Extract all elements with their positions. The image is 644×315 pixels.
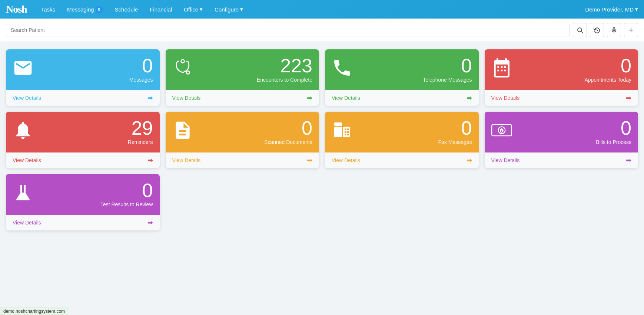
money-icon: $ 1 xyxy=(491,120,512,144)
card-bills[interactable]: $ 1 0 Bills to Process View Details ➡ xyxy=(485,112,638,168)
nav-schedule[interactable]: Schedule xyxy=(110,4,143,15)
svg-rect-14 xyxy=(347,131,349,133)
card-appointments-bottom: View Details ➡ xyxy=(485,90,638,106)
url-bar: demo.noshchartingsystem.com xyxy=(0,308,68,315)
fax-icon xyxy=(332,120,352,144)
messages-label: Messages xyxy=(129,77,153,83)
search-bar-wrapper xyxy=(0,19,644,42)
card-appointments-top: 0 Appointments Today xyxy=(485,49,638,90)
reminders-link[interactable]: View Details xyxy=(13,157,41,163)
reminders-label: Reminders xyxy=(128,139,153,145)
nav-links: Tasks Messaging 0 Schedule Financial Off… xyxy=(36,3,585,15)
flask-icon xyxy=(13,182,33,206)
card-telephone[interactable]: 0 Telephone Messages View Details ➡ xyxy=(325,49,479,106)
telephone-arrow[interactable]: ➡ xyxy=(467,94,472,102)
app-logo[interactable]: Nosh xyxy=(6,3,27,15)
card-messages-top: 0 Messages xyxy=(6,49,160,90)
testresults-link[interactable]: View Details xyxy=(13,220,41,226)
envelope-icon xyxy=(13,58,33,81)
card-scanned-top: 0 Scanned Documents xyxy=(166,112,319,152)
office-dropdown-icon: ▾ xyxy=(200,6,203,13)
dashboard-grid: 0 Messages View Details ➡ 223 Encounters… xyxy=(0,42,644,238)
appointments-count: 0 xyxy=(584,56,631,75)
card-messages[interactable]: 0 Messages View Details ➡ xyxy=(6,49,160,106)
bills-arrow[interactable]: ➡ xyxy=(626,156,631,164)
appointments-label: Appointments Today xyxy=(584,77,631,83)
card-testresults[interactable]: 0 Test Results to Review View Details ➡ xyxy=(6,174,160,230)
encounters-link[interactable]: View Details xyxy=(172,95,201,101)
appointments-link[interactable]: View Details xyxy=(491,95,520,101)
svg-text:1: 1 xyxy=(501,129,502,133)
card-fax[interactable]: 0 Fax Messages View Details ➡ xyxy=(325,112,479,168)
user-menu[interactable]: Demo Provider, MD ▾ xyxy=(585,6,638,13)
testresults-arrow[interactable]: ➡ xyxy=(147,219,153,227)
svg-rect-16 xyxy=(347,134,349,135)
scanned-arrow[interactable]: ➡ xyxy=(307,156,312,164)
nav-configure[interactable]: Configure ▾ xyxy=(209,4,248,15)
card-reminders-bottom: View Details ➡ xyxy=(6,152,160,168)
encounters-arrow[interactable]: ➡ xyxy=(307,94,312,102)
messages-count: 0 xyxy=(129,56,153,75)
testresults-label: Test Results to Review xyxy=(100,201,153,207)
svg-rect-15 xyxy=(345,134,346,135)
fax-count: 0 xyxy=(438,118,472,138)
card-telephone-bottom: View Details ➡ xyxy=(325,90,479,106)
phone-icon xyxy=(332,58,352,81)
svg-point-22 xyxy=(20,196,27,199)
card-testresults-bottom: View Details ➡ xyxy=(6,215,160,230)
fax-label: Fax Messages xyxy=(438,139,472,145)
telephone-count: 0 xyxy=(423,56,472,75)
nav-financial[interactable]: Financial xyxy=(145,4,177,15)
reminders-arrow[interactable]: ➡ xyxy=(147,156,153,164)
messages-link[interactable]: View Details xyxy=(13,95,41,101)
card-appointments[interactable]: 0 Appointments Today View Details ➡ xyxy=(485,49,638,106)
fax-link[interactable]: View Details xyxy=(332,157,360,163)
svg-rect-12 xyxy=(347,128,349,130)
messages-arrow[interactable]: ➡ xyxy=(147,94,153,102)
plus-icon xyxy=(628,27,634,33)
calendar-icon xyxy=(491,58,512,81)
search-icon xyxy=(577,27,583,33)
card-encounters-top: 223 Encounters to Complete xyxy=(166,49,319,90)
telephone-label: Telephone Messages xyxy=(423,77,472,83)
nav-tasks[interactable]: Tasks xyxy=(36,4,60,15)
testresults-count: 0 xyxy=(100,181,153,200)
history-button[interactable] xyxy=(590,23,604,37)
history-icon xyxy=(594,27,600,33)
navbar: Nosh Tasks Messaging 0 Schedule Financia… xyxy=(0,0,644,19)
svg-rect-8 xyxy=(334,127,342,137)
encounters-count: 223 xyxy=(257,56,312,75)
scanned-label: Scanned Documents xyxy=(264,139,312,145)
card-bills-top: $ 1 0 Bills to Process xyxy=(485,112,638,152)
bills-link[interactable]: View Details xyxy=(491,157,520,163)
fax-arrow[interactable]: ➡ xyxy=(467,156,472,164)
appointments-arrow[interactable]: ➡ xyxy=(626,94,631,102)
mic-icon xyxy=(611,27,617,33)
card-fax-bottom: View Details ➡ xyxy=(325,152,479,168)
card-encounters[interactable]: 223 Encounters to Complete View Details … xyxy=(166,49,319,106)
bills-label: Bills to Process xyxy=(596,139,631,145)
svg-point-5 xyxy=(181,60,184,63)
card-reminders[interactable]: 29 Reminders View Details ➡ xyxy=(6,112,160,168)
card-fax-top: 0 Fax Messages xyxy=(325,112,479,152)
card-scanned[interactable]: 0 Scanned Documents View Details ➡ xyxy=(166,112,319,168)
card-testresults-top: 0 Test Results to Review xyxy=(6,174,160,215)
svg-rect-9 xyxy=(334,122,342,126)
svg-point-7 xyxy=(187,72,189,74)
search-input[interactable] xyxy=(6,24,570,36)
card-scanned-bottom: View Details ➡ xyxy=(166,152,319,168)
configure-dropdown-icon: ▾ xyxy=(240,6,243,13)
mic-button[interactable] xyxy=(607,23,621,37)
nav-messaging[interactable]: Messaging 0 xyxy=(62,3,108,15)
card-encounters-bottom: View Details ➡ xyxy=(166,90,319,106)
scanned-count: 0 xyxy=(264,118,312,138)
add-button[interactable] xyxy=(624,23,638,37)
nav-office[interactable]: Office ▾ xyxy=(179,4,208,15)
reminders-count: 29 xyxy=(128,118,153,138)
bills-count: 0 xyxy=(596,118,631,138)
scanned-link[interactable]: View Details xyxy=(172,157,201,163)
user-dropdown-icon: ▾ xyxy=(635,6,638,13)
search-button[interactable] xyxy=(573,23,587,37)
telephone-link[interactable]: View Details xyxy=(332,95,360,101)
card-telephone-top: 0 Telephone Messages xyxy=(325,49,479,90)
